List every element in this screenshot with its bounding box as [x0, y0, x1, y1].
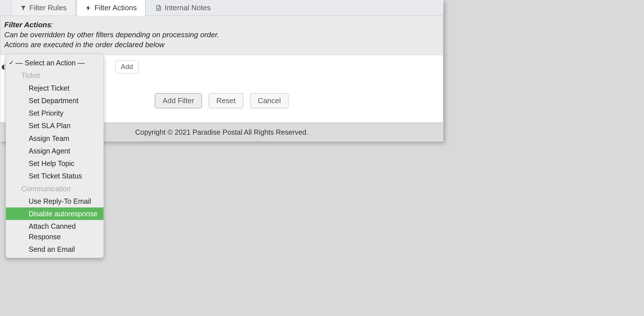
description-line2: Actions are executed in the order declar…: [4, 40, 165, 49]
description-line1: Can be overridden by other filters depen…: [4, 30, 219, 39]
dropdown-option-use-reply-to[interactable]: Use Reply-To Email: [6, 195, 103, 207]
dropdown-option-assign-agent[interactable]: Assign Agent: [6, 145, 103, 157]
tab-label: Filter Actions: [94, 3, 137, 12]
dropdown-option-reject-ticket[interactable]: Reject Ticket: [6, 82, 103, 94]
dropdown-group-ticket: Ticket: [6, 69, 103, 82]
add-button[interactable]: Add: [115, 60, 138, 73]
dropdown-option-set-department[interactable]: Set Department: [6, 94, 103, 107]
dropdown-option-set-sla-plan[interactable]: Set SLA Plan: [6, 119, 103, 132]
add-filter-button[interactable]: Add Filter: [155, 93, 202, 108]
dropdown-option-set-ticket-status[interactable]: Set Ticket Status: [6, 170, 103, 182]
dropdown-option-send-email[interactable]: Send an Email: [6, 243, 103, 255]
file-icon: [155, 5, 162, 11]
tab-filter-actions[interactable]: Filter Actions: [76, 0, 146, 16]
copyright-text: Copyright © 2021 Paradise Postal All Rig…: [135, 128, 308, 136]
cancel-button[interactable]: Cancel: [250, 93, 288, 108]
dropdown-option-assign-team[interactable]: Assign Team: [6, 132, 103, 145]
description-title: Filter Actions: [4, 20, 51, 29]
dropdown-option-disable-autoresponse[interactable]: Disable autoresponse: [6, 207, 103, 220]
tab-bar: Filter Rules Filter Actions Internal Not…: [0, 0, 443, 16]
tab-filter-rules[interactable]: Filter Rules: [11, 0, 75, 16]
tab-internal-notes[interactable]: Internal Notes: [147, 0, 219, 16]
dropdown-group-communication: Communication: [6, 182, 103, 195]
description-box: Filter Actions: Can be overridden by oth…: [0, 16, 443, 55]
bolt-icon: [85, 5, 92, 11]
dropdown-option-set-priority[interactable]: Set Priority: [6, 107, 103, 119]
tab-label: Filter Rules: [29, 3, 67, 12]
tab-label: Internal Notes: [165, 3, 211, 12]
dropdown-option-set-help-topic[interactable]: Set Help Topic: [6, 157, 103, 170]
action-select-dropdown[interactable]: — Select an Action — Ticket Reject Ticke…: [6, 54, 104, 258]
reset-button[interactable]: Reset: [209, 93, 243, 108]
dropdown-option-placeholder[interactable]: — Select an Action —: [6, 57, 103, 69]
dropdown-option-attach-canned[interactable]: Attach Canned Response: [6, 220, 103, 243]
filter-icon: [20, 5, 26, 11]
